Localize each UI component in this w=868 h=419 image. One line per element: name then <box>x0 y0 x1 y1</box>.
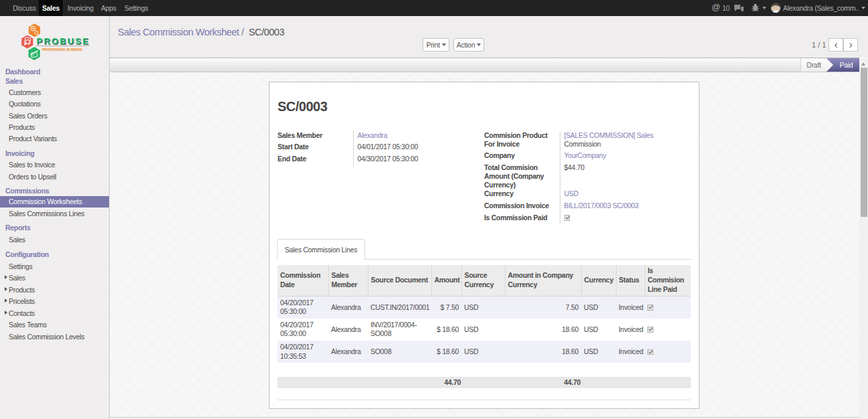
svg-text:PROFESSIONAL BUSINESS: PROFESSIONAL BUSINESS <box>42 47 82 52</box>
svg-text:PROBUSE: PROBUSE <box>37 36 89 46</box>
